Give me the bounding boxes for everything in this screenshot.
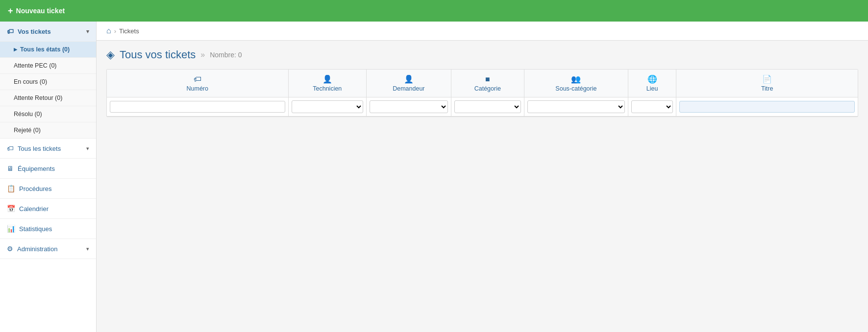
user-col-icon: 👤 (293, 74, 363, 84)
new-ticket-button[interactable]: + Nouveau ticket (8, 6, 65, 16)
filter-select-technicien[interactable] (292, 100, 364, 113)
demandeur-col-icon: 👤 (371, 74, 447, 84)
submenu-item-tous-les-etats[interactable]: Tous les états (0) (0, 42, 96, 58)
vos-tickets-submenu: Tous les états (0) Attente PEC (0) En co… (0, 42, 96, 139)
submenu-item-resolu[interactable]: Résolu (0) (0, 106, 96, 122)
col-label-numero: Numéro (187, 85, 208, 92)
plus-icon: + (8, 6, 13, 16)
filter-input-titre[interactable] (679, 101, 855, 113)
sidebar: 🏷 Vos tickets ▾ Tous les états (0) Atten… (0, 22, 97, 332)
tag-icon: 🏷 (7, 27, 14, 35)
filter-input-numero[interactable] (110, 101, 285, 113)
sidebar-label-administration: Administration (17, 245, 86, 253)
sidebar-item-calendrier[interactable]: 📅 Calendrier (0, 199, 96, 219)
filter-cell-categorie (451, 97, 524, 117)
filter-cell-numero (107, 97, 288, 117)
submenu-item-rejete[interactable]: Rejeté (0) (0, 122, 96, 139)
categorie-col-icon: ■ (455, 75, 520, 84)
col-label-lieu: Lieu (646, 85, 658, 92)
filter-select-sous-categorie[interactable] (527, 100, 625, 113)
col-header-lieu: 🌐 Lieu (628, 70, 676, 97)
col-label-technicien: Technicien (313, 85, 342, 92)
clipboard-icon: 📋 (7, 185, 15, 192)
submenu-label-resolu: Résolu (0) (14, 111, 42, 118)
page-count: Nombre: 0 (210, 51, 242, 59)
col-header-sous-categorie: 👥 Sous-catégorie (524, 70, 628, 97)
gear-icon: ⚙ (7, 245, 13, 253)
sidebar-label-calendrier: Calendrier (19, 205, 89, 213)
sidebar-label-procedures: Procédures (19, 185, 89, 192)
chevron-right-icon: ▾ (86, 145, 89, 152)
sidebar-item-statistiques[interactable]: 📊 Statistiques (0, 219, 96, 239)
tickets-table-container: 🏷 Numéro 👤 Technicien 👤 Demandeur ■ (106, 69, 858, 117)
sidebar-label-statistiques: Statistiques (19, 225, 89, 233)
chart-icon: 📊 (7, 225, 15, 233)
top-bar: + Nouveau ticket (0, 0, 868, 22)
submenu-label-attente-pec: Attente PEC (0) (14, 62, 57, 69)
lieu-col-icon: 🌐 (632, 74, 672, 84)
sous-cat-col-icon: 👥 (528, 74, 624, 84)
filter-cell-demandeur (367, 97, 451, 117)
table-filter-row (107, 97, 858, 117)
content-area: ⌂ › Tickets ◈ Tous vos tickets » Nombre:… (97, 22, 868, 332)
filter-select-demandeur[interactable] (370, 100, 448, 113)
submenu-label-attente-retour: Attente Retour (0) (14, 95, 62, 101)
page-diamond-icon: ◈ (106, 48, 115, 61)
sidebar-label-equipements: Équipements (18, 165, 89, 172)
col-header-technicien: 👤 Technicien (288, 70, 367, 97)
filter-cell-sous-categorie (524, 97, 628, 117)
page-title: Tous vos tickets (120, 48, 196, 61)
filter-cell-technicien (288, 97, 367, 117)
filter-select-categorie[interactable] (454, 100, 521, 113)
new-ticket-label: Nouveau ticket (16, 7, 65, 15)
col-header-numero: 🏷 Numéro (107, 70, 288, 97)
breadcrumb: ⌂ › Tickets (97, 22, 868, 41)
submenu-label-rejete: Rejeté (0) (14, 127, 41, 134)
filter-cell-lieu (628, 97, 676, 117)
count-label: Nombre: (210, 51, 236, 59)
count-separator: » (200, 50, 205, 59)
titre-col-icon: 📄 (680, 74, 854, 84)
col-label-demandeur: Demandeur (393, 85, 424, 92)
chevron-down-icon: ▾ (86, 28, 89, 35)
calendar-icon: 📅 (7, 205, 15, 213)
sidebar-item-vos-tickets[interactable]: 🏷 Vos tickets ▾ (0, 22, 96, 42)
sidebar-item-administration[interactable]: ⚙ Administration ▾ (0, 239, 96, 259)
sidebar-label-vos-tickets: Vos tickets (18, 28, 86, 35)
col-header-titre: 📄 Titre (676, 70, 858, 97)
submenu-label-en-cours: En cours (0) (14, 78, 47, 85)
submenu-item-en-cours[interactable]: En cours (0) (0, 74, 96, 90)
tickets-table: 🏷 Numéro 👤 Technicien 👤 Demandeur ■ (107, 70, 858, 117)
submenu-item-attente-retour[interactable]: Attente Retour (0) (0, 90, 96, 106)
home-icon[interactable]: ⌂ (106, 26, 111, 35)
col-header-categorie: ■ Catégorie (451, 70, 524, 97)
filter-cell-titre (676, 97, 858, 117)
monitor-icon: 🖥 (7, 165, 14, 172)
tag2-icon: 🏷 (7, 144, 14, 152)
submenu-item-attente-pec[interactable]: Attente PEC (0) (0, 58, 96, 74)
breadcrumb-current: Tickets (119, 27, 139, 35)
submenu-label-tous-les-etats: Tous les états (0) (20, 46, 70, 53)
sidebar-item-equipements[interactable]: 🖥 Équipements (0, 159, 96, 179)
breadcrumb-separator: › (114, 27, 116, 35)
col-header-demandeur: 👤 Demandeur (367, 70, 451, 97)
sidebar-item-tous-les-tickets[interactable]: 🏷 Tous les tickets ▾ (0, 139, 96, 159)
sidebar-label-tous-les-tickets: Tous les tickets (18, 145, 86, 152)
table-header-row: 🏷 Numéro 👤 Technicien 👤 Demandeur ■ (107, 70, 858, 97)
col-label-categorie: Catégorie (474, 85, 501, 92)
count-value: 0 (238, 51, 242, 59)
col-label-titre: Titre (761, 85, 773, 92)
sidebar-item-procedures[interactable]: 📋 Procédures (0, 179, 96, 199)
main-layout: 🏷 Vos tickets ▾ Tous les états (0) Atten… (0, 22, 868, 332)
page-header: ◈ Tous vos tickets » Nombre: 0 (97, 41, 868, 65)
col-label-sous-categorie: Sous-catégorie (555, 85, 596, 92)
filter-select-lieu[interactable] (631, 100, 673, 113)
tag-col-icon: 🏷 (111, 75, 284, 84)
chevron-admin-icon: ▾ (86, 246, 89, 252)
